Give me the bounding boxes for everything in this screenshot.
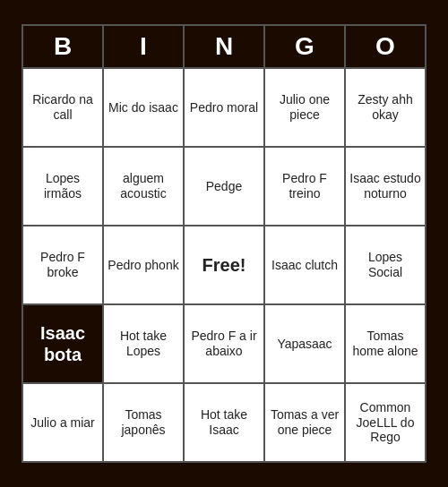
table-row: Isaac botaHot take LopesPedro F a ir aba… [22,304,426,383]
table-row: Ricardo na callMic do isaacPedro moralJu… [22,68,426,147]
bingo-cell[interactable]: Tomas home alone [345,304,426,383]
bingo-cell[interactable]: Pedro F treino [264,147,345,226]
bingo-cell[interactable]: Lopes irmãos [22,147,103,226]
bingo-cell[interactable]: Pedro F a ir abaixo [184,304,264,383]
bingo-cell[interactable]: Julio one piece [264,68,345,147]
bingo-cell[interactable]: Pedro moral [184,68,264,147]
bingo-cell[interactable]: Ricardo na call [22,68,103,147]
bingo-cell[interactable]: Hot take Isaac [184,383,264,462]
bingo-cell[interactable]: Isaac estudo noturno [345,147,426,226]
bingo-cell[interactable]: Zesty ahh okay [345,68,426,147]
bingo-cell[interactable]: Mic do isaac [103,68,184,147]
bingo-cell[interactable]: Tomas japonês [103,383,184,462]
header-g: G [264,25,345,68]
bingo-cell[interactable]: Hot take Lopes [103,304,184,383]
bingo-cell[interactable]: Common JoeLLL do Rego [345,383,426,462]
header-o: O [345,25,426,68]
header-row: B I N G O [22,25,426,68]
bingo-cell[interactable]: Tomas a ver one piece [264,383,345,462]
bingo-cell[interactable]: Isaac clutch [264,226,345,304]
table-row: Pedro F brokePedro phonkFree!Isaac clutc… [22,226,426,304]
bingo-body: Ricardo na callMic do isaacPedro moralJu… [22,68,426,462]
bingo-table: B I N G O Ricardo na callMic do isaacPed… [22,24,426,463]
header-b: B [22,25,103,68]
header-n: N [184,25,264,68]
bingo-cell[interactable]: alguem acoustic [103,147,184,226]
bingo-cell[interactable]: Yapasaac [264,304,345,383]
bingo-cell[interactable]: Isaac bota [22,304,103,383]
bingo-cell[interactable]: Free! [184,226,264,304]
bingo-cell[interactable]: Lopes Social [345,226,426,304]
bingo-card: B I N G O Ricardo na callMic do isaacPed… [13,15,435,472]
bingo-cell[interactable]: Pedge [184,147,264,226]
bingo-cell[interactable]: Pedro phonk [103,226,184,304]
header-i: I [103,25,184,68]
table-row: Lopes irmãosalguem acousticPedgePedro F … [22,147,426,226]
table-row: Julio a miarTomas japonêsHot take IsaacT… [22,383,426,462]
bingo-cell[interactable]: Pedro F broke [22,226,103,304]
bingo-cell[interactable]: Julio a miar [22,383,103,462]
